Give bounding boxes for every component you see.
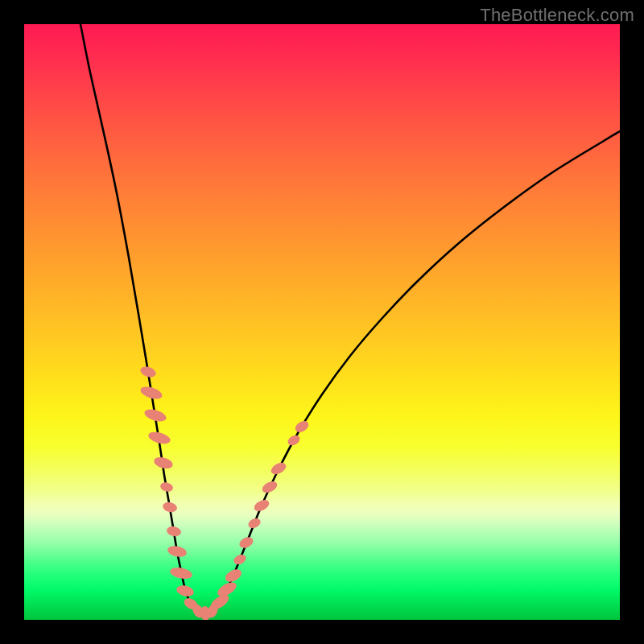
bead (166, 525, 182, 537)
bead (153, 456, 175, 471)
watermark-text: TheBottleneck.com (480, 5, 634, 26)
curve-layer (24, 24, 620, 620)
curve-beads (139, 365, 311, 620)
bead (237, 535, 254, 551)
bottleneck-curve-right (203, 131, 620, 613)
bead (162, 501, 178, 514)
bead (167, 544, 188, 559)
bead (159, 481, 174, 493)
bead (232, 552, 247, 566)
bottleneck-curve-left (80, 24, 203, 613)
bead (175, 584, 195, 598)
bead (139, 365, 158, 379)
bead (286, 433, 301, 448)
bead (269, 460, 287, 477)
bead (169, 566, 193, 581)
bead (223, 567, 244, 584)
bead (293, 419, 311, 435)
bead (260, 479, 279, 495)
plot-area (24, 24, 620, 620)
bead (246, 517, 262, 530)
chart-frame: TheBottleneck.com (0, 0, 644, 644)
bead (252, 497, 270, 514)
